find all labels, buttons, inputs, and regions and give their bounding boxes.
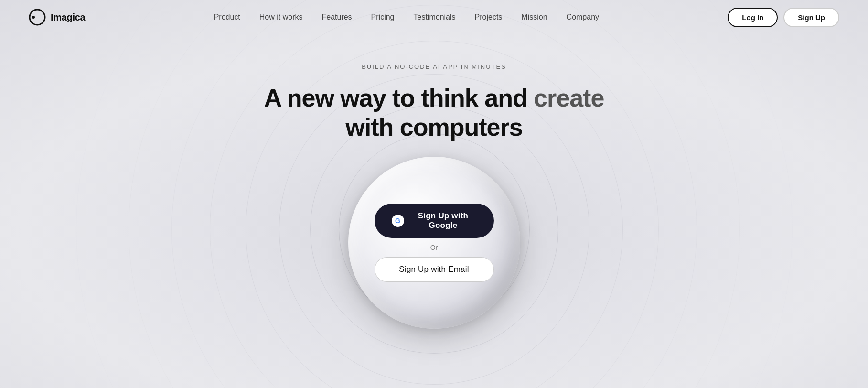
logo-icon <box>29 9 46 26</box>
signup-google-label: Sign Up with Google <box>410 211 477 230</box>
hero-title: A new way to think and create with compu… <box>264 84 604 142</box>
nav-item-features[interactable]: Features <box>321 13 352 22</box>
hero-subtitle: BUILD A NO-CODE AI APP IN MINUTES <box>362 63 506 70</box>
logo-text: Imagica <box>51 12 85 23</box>
or-divider: Or <box>430 244 438 251</box>
nav-item-product[interactable]: Product <box>214 13 240 22</box>
svg-point-0 <box>30 10 45 25</box>
nav-item-how-it-works[interactable]: How it works <box>259 13 303 22</box>
sphere: G Sign Up with Google Or Sign Up with Em… <box>348 157 520 329</box>
sphere-card: G Sign Up with Google Or Sign Up with Em… <box>348 157 520 329</box>
svg-point-1 <box>32 16 35 19</box>
google-icon: G <box>392 215 404 227</box>
hero-title-highlight: create <box>534 84 604 112</box>
hero-title-line1: A new way to think and create <box>264 84 604 112</box>
nav-item-testimonials[interactable]: Testimonials <box>414 13 456 22</box>
nav-links: Product How it works Features Pricing Te… <box>214 13 599 22</box>
nav-item-pricing[interactable]: Pricing <box>371 13 395 22</box>
nav-auth-buttons: Log In Sign Up <box>728 8 839 27</box>
signup-nav-button[interactable]: Sign Up <box>783 8 839 27</box>
nav-item-projects[interactable]: Projects <box>475 13 503 22</box>
hero-title-line2: with computers <box>345 113 522 141</box>
login-button[interactable]: Log In <box>728 8 778 27</box>
signup-google-button[interactable]: G Sign Up with Google <box>375 204 494 238</box>
signup-email-label: Sign Up with Email <box>399 265 469 274</box>
navbar: Imagica Product How it works Features Pr… <box>0 0 868 34</box>
hero-section: BUILD A NO-CODE AI APP IN MINUTES A new … <box>0 34 868 329</box>
nav-item-mission[interactable]: Mission <box>521 13 547 22</box>
logo-area: Imagica <box>29 9 85 26</box>
nav-item-company[interactable]: Company <box>567 13 599 22</box>
signup-email-button[interactable]: Sign Up with Email <box>375 257 494 282</box>
